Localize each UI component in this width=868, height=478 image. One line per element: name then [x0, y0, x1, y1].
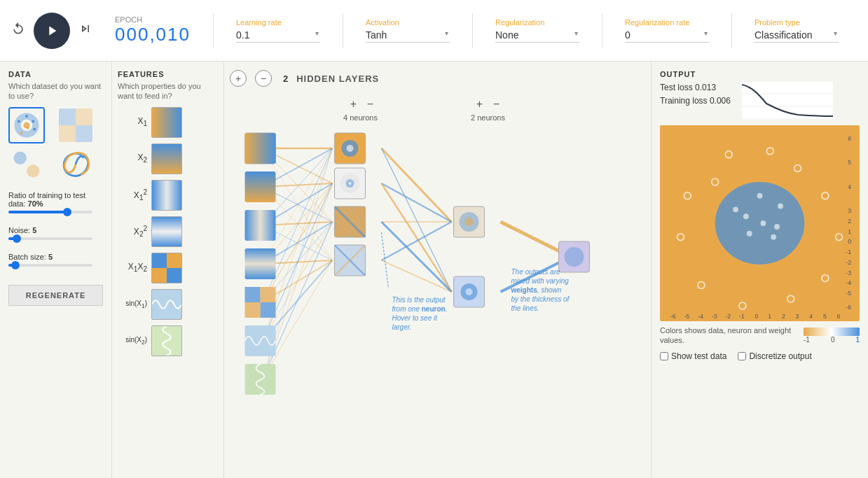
svg-rect-26	[152, 268, 167, 283]
divider3	[472, 13, 473, 48]
divider5	[731, 13, 732, 48]
step-button[interactable]	[78, 22, 92, 39]
svg-text:4: 4	[848, 183, 851, 190]
output-title: OUTPUT	[660, 70, 860, 78]
svg-rect-24	[167, 268, 181, 283]
svg-rect-69	[245, 171, 276, 202]
svg-point-129	[733, 206, 738, 212]
epoch-display: Epoch 000,010	[115, 15, 191, 45]
dataset-grid	[8, 107, 103, 183]
svg-line-58	[382, 148, 452, 292]
feature-x1-box[interactable]	[151, 107, 182, 138]
feature-x1: X1	[118, 107, 218, 138]
show-test-data-checkbox[interactable]: Show test data	[660, 351, 726, 361]
feature-x1sq-label: X12	[118, 188, 147, 202]
features-title: FEATURES	[118, 70, 218, 78]
regularization-select-wrapper: NoneL1L2	[495, 28, 579, 43]
network-header: + − 2 HIDDEN LAYERS	[230, 70, 645, 87]
network-svg: + − 4 neurons + − 2 neurons	[230, 92, 645, 456]
svg-text:0: 0	[755, 313, 759, 320]
learning-rate-param: Learning rate 0.000010.00010.0010.003 0.…	[236, 18, 320, 43]
layer2-add[interactable]: +	[476, 98, 483, 110]
svg-point-132	[747, 231, 752, 237]
features-panel: FEATURES Which properties do you want to…	[112, 62, 224, 478]
svg-text:2: 2	[782, 313, 785, 320]
feature-sinx1-label: sin(X1)	[118, 300, 147, 309]
svg-text:-3: -3	[846, 269, 851, 276]
divider4	[602, 13, 602, 48]
layer2-remove[interactable]: −	[493, 98, 500, 110]
layer1-count: 4 neurons	[343, 113, 378, 122]
feature-sinx2-box[interactable]	[151, 325, 182, 356]
data-title: DATA	[8, 70, 103, 78]
feature-x1x2-box[interactable]	[151, 253, 182, 283]
loss-section: Test loss 0.013 Training loss 0.006	[660, 81, 860, 120]
batch-thumb[interactable]	[11, 261, 20, 269]
svg-text:6: 6	[837, 313, 841, 320]
remove-layer-button[interactable]: −	[255, 70, 272, 87]
layer1-add[interactable]: +	[350, 98, 357, 110]
test-loss-row: Test loss 0.013	[660, 81, 731, 94]
play-button[interactable]	[34, 13, 70, 49]
regularization-rate-select-wrapper: 00.0010.0030.01	[625, 28, 709, 43]
svg-line-63	[382, 222, 452, 260]
svg-rect-76	[245, 302, 261, 318]
feature-sinx1-box[interactable]	[151, 289, 182, 320]
feature-x1sq: X12	[118, 180, 218, 211]
dataset-circle[interactable]	[8, 107, 45, 143]
svg-point-99	[565, 247, 584, 267]
feature-x2sq-box[interactable]	[151, 216, 182, 247]
svg-rect-20	[152, 144, 181, 174]
ratio-track	[8, 211, 92, 213]
noise-thumb[interactable]	[13, 234, 21, 243]
feature-x1sq-box[interactable]	[151, 180, 182, 211]
dataset-xor[interactable]	[57, 107, 94, 143]
learning-rate-select[interactable]: 0.000010.00010.0010.003 0.010.030.10.3 1…	[236, 28, 320, 43]
show-test-data-input[interactable]	[660, 352, 668, 360]
output-panel: OUTPUT Test loss 0.013 Training loss 0.0…	[651, 62, 868, 478]
svg-rect-13	[76, 108, 92, 125]
feature-x2sq: X22	[118, 216, 218, 247]
dataset-spiral[interactable]	[57, 146, 94, 183]
discretize-output-checkbox[interactable]: Discretize output	[738, 351, 811, 361]
feature-x2-box[interactable]	[151, 143, 182, 174]
svg-text:-5: -5	[846, 290, 851, 297]
svg-point-85	[349, 182, 352, 185]
ratio-thumb[interactable]	[63, 208, 71, 216]
svg-text:-2: -2	[846, 259, 851, 266]
layer1-remove[interactable]: −	[367, 98, 373, 110]
svg-point-134	[760, 220, 766, 226]
batch-slider[interactable]	[8, 264, 92, 272]
data-panel: DATA Which dataset do you want to use?	[0, 62, 112, 478]
feature-x2-label: X2	[118, 153, 147, 164]
ratio-param: Ratio of training to test data: 70%	[8, 191, 103, 219]
svg-rect-12	[76, 125, 92, 142]
svg-text:2: 2	[848, 218, 851, 225]
svg-rect-73	[245, 287, 261, 302]
svg-rect-25	[167, 253, 181, 268]
problem-type-select[interactable]: ClassificationRegression	[755, 28, 839, 43]
dataset-gaussian[interactable]	[8, 146, 45, 183]
ratio-label: Ratio of training to test data: 70%	[8, 191, 103, 208]
svg-text:4: 4	[809, 313, 813, 320]
svg-text:-5: -5	[684, 313, 689, 320]
regularization-rate-select[interactable]: 00.0010.0030.01	[625, 28, 709, 43]
discretize-output-input[interactable]	[738, 352, 746, 360]
svg-text:-6: -6	[670, 313, 676, 320]
activation-select[interactable]: ReLUTanhSigmoidLinear	[366, 28, 450, 43]
svg-point-131	[778, 204, 783, 209]
svg-rect-75	[261, 287, 276, 302]
svg-text:by the thickness of: by the thickness of	[511, 295, 570, 303]
noise-slider[interactable]	[8, 237, 92, 246]
regularization-select[interactable]: NoneL1L2	[495, 28, 579, 43]
network-area: + − 2 HIDDEN LAYERS + − 4 neurons + − 2 …	[224, 62, 651, 478]
svg-rect-15	[10, 148, 43, 181]
batch-track	[8, 264, 92, 267]
reset-button[interactable]	[11, 22, 25, 39]
ratio-slider[interactable]	[8, 211, 92, 219]
svg-point-7	[18, 120, 20, 122]
regenerate-button[interactable]: REGENERATE	[8, 285, 103, 306]
svg-rect-70	[245, 210, 276, 241]
add-layer-button[interactable]: +	[230, 70, 247, 87]
svg-point-16	[14, 151, 27, 164]
